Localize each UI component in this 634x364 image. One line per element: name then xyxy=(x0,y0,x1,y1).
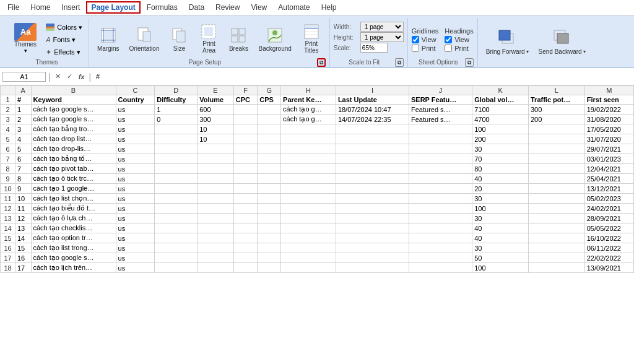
cell-8-11[interactable] xyxy=(529,164,585,174)
cell-6-0[interactable]: 5 xyxy=(15,144,32,154)
cell-6-11[interactable] xyxy=(529,144,585,154)
cell-17-1[interactable]: cách tạo google s… xyxy=(31,253,116,263)
formula-fx[interactable]: fx xyxy=(77,72,87,81)
menu-help[interactable]: Help xyxy=(316,1,342,14)
cell-11-2[interactable]: us xyxy=(116,194,155,204)
cell-16-5[interactable] xyxy=(233,243,258,253)
cell-8-10[interactable]: 80 xyxy=(472,164,529,174)
cell-15-11[interactable] xyxy=(529,233,585,243)
cell-18-7[interactable] xyxy=(281,263,336,273)
cell-15-4[interactable] xyxy=(198,233,234,243)
cell-17-2[interactable]: us xyxy=(116,253,155,263)
cell-1-c[interactable]: Country xyxy=(116,95,155,105)
cell-12-8[interactable] xyxy=(336,204,409,214)
cell-18-2[interactable]: us xyxy=(116,263,155,273)
cell-10-9[interactable] xyxy=(409,184,472,194)
cell-14-3[interactable] xyxy=(155,223,198,233)
cell-10-8[interactable] xyxy=(336,184,409,194)
cell-3-7[interactable]: cách tạo g… xyxy=(281,115,336,124)
cell-14-6[interactable] xyxy=(258,223,281,233)
cell-9-9[interactable] xyxy=(409,174,472,184)
cell-9-8[interactable] xyxy=(336,174,409,184)
cell-13-12[interactable]: 28/09/2021 xyxy=(584,214,633,223)
cell-11-11[interactable] xyxy=(529,194,585,204)
cell-4-12[interactable]: 17/05/2020 xyxy=(584,124,633,134)
cell-10-11[interactable] xyxy=(529,184,585,194)
cell-12-0[interactable]: 11 xyxy=(15,204,32,214)
cell-16-6[interactable] xyxy=(258,243,281,253)
cell-8-7[interactable] xyxy=(281,164,336,174)
cell-7-7[interactable] xyxy=(281,154,336,164)
cell-7-6[interactable] xyxy=(258,154,281,164)
cell-13-11[interactable] xyxy=(529,214,585,223)
cell-17-6[interactable] xyxy=(258,253,281,263)
cell-5-8[interactable] xyxy=(336,134,409,144)
orientation-button[interactable]: Orientation xyxy=(125,21,164,56)
cell-7-0[interactable]: 6 xyxy=(15,154,32,164)
scale-input[interactable] xyxy=(360,43,388,53)
cell-4-8[interactable] xyxy=(336,124,409,134)
cell-17-0[interactable]: 16 xyxy=(15,253,32,263)
cell-10-4[interactable] xyxy=(198,184,234,194)
cell-1-i[interactable]: Last Update xyxy=(336,95,409,105)
cell-6-1[interactable]: cách tạo drop-lis… xyxy=(31,144,116,154)
bring-forward-button[interactable]: Bring Forward ▾ xyxy=(482,25,533,59)
cell-9-6[interactable] xyxy=(258,174,281,184)
cell-6-2[interactable]: us xyxy=(116,144,155,154)
cell-16-12[interactable]: 06/11/2022 xyxy=(584,243,633,253)
cell-16-1[interactable]: cách tạo list trong… xyxy=(31,243,116,253)
cell-16-11[interactable] xyxy=(529,243,585,253)
cell-2-2[interactable]: us xyxy=(116,105,155,115)
cell-3-8[interactable]: 14/07/2024 22:35 xyxy=(336,115,409,124)
cell-1-a[interactable]: # xyxy=(15,95,32,105)
cell-18-8[interactable] xyxy=(336,263,409,273)
cell-13-6[interactable] xyxy=(258,214,281,223)
cell-12-6[interactable] xyxy=(258,204,281,214)
cell-10-7[interactable] xyxy=(281,184,336,194)
cell-10-3[interactable] xyxy=(155,184,198,194)
cell-6-3[interactable] xyxy=(155,144,198,154)
cell-17-3[interactable] xyxy=(155,253,198,263)
cell-17-11[interactable] xyxy=(529,253,585,263)
cell-7-11[interactable] xyxy=(529,154,585,164)
cell-11-1[interactable]: cách tạo list chọn… xyxy=(31,194,116,204)
cell-5-12[interactable]: 31/07/2020 xyxy=(584,134,633,144)
cell-2-7[interactable]: cách tạo g… xyxy=(281,105,336,115)
cell-5-5[interactable] xyxy=(233,134,258,144)
cell-2-4[interactable]: 600 xyxy=(198,105,234,115)
cell-12-4[interactable] xyxy=(198,204,234,214)
cell-2-5[interactable] xyxy=(233,105,258,115)
cell-8-3[interactable] xyxy=(155,164,198,174)
cell-13-2[interactable]: us xyxy=(116,214,155,223)
background-button[interactable]: Background xyxy=(254,21,295,56)
headings-view-checkbox[interactable] xyxy=(445,36,452,43)
cell-16-7[interactable] xyxy=(281,243,336,253)
cell-14-11[interactable] xyxy=(529,223,585,233)
cell-15-2[interactable]: us xyxy=(116,233,155,243)
cell-3-2[interactable]: us xyxy=(116,115,155,124)
cell-3-4[interactable]: 300 xyxy=(198,115,234,124)
cell-7-12[interactable]: 03/01/2023 xyxy=(584,154,633,164)
formula-confirm[interactable]: ✓ xyxy=(65,72,74,81)
cell-15-8[interactable] xyxy=(336,233,409,243)
cell-18-3[interactable] xyxy=(155,263,198,273)
margins-button[interactable]: Margins xyxy=(93,21,124,56)
cell-15-9[interactable] xyxy=(409,233,472,243)
cell-3-11[interactable]: 200 xyxy=(529,115,585,124)
cell-17-10[interactable]: 50 xyxy=(472,253,529,263)
cell-4-9[interactable] xyxy=(409,124,472,134)
cell-8-4[interactable] xyxy=(198,164,234,174)
cell-4-5[interactable] xyxy=(233,124,258,134)
cell-13-1[interactable]: cách tạo ô lựa ch… xyxy=(31,214,116,223)
menu-formulas[interactable]: Formulas xyxy=(142,1,183,14)
cell-9-4[interactable] xyxy=(198,174,234,184)
cell-11-9[interactable] xyxy=(409,194,472,204)
cell-18-10[interactable]: 100 xyxy=(472,263,529,273)
cell-15-6[interactable] xyxy=(258,233,281,243)
menu-review[interactable]: Review xyxy=(211,1,245,14)
cell-14-8[interactable] xyxy=(336,223,409,233)
cell-8-5[interactable] xyxy=(233,164,258,174)
cell-10-2[interactable]: us xyxy=(116,184,155,194)
page-setup-launcher[interactable]: ⧉ xyxy=(317,58,326,67)
cell-3-6[interactable] xyxy=(258,115,281,124)
